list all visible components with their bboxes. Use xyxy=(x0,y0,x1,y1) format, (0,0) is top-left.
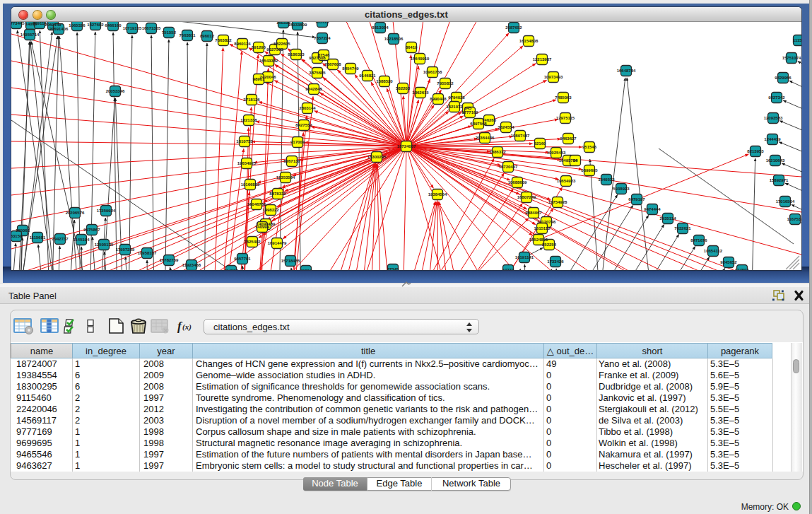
svg-text:6794028: 6794028 xyxy=(448,95,465,100)
svg-text:951546: 951546 xyxy=(582,145,597,149)
svg-text:19166825: 19166825 xyxy=(241,182,260,187)
svg-text:9474444: 9474444 xyxy=(644,207,661,211)
svg-text:20053346: 20053346 xyxy=(106,89,125,93)
svg-text:7663822: 7663822 xyxy=(215,38,232,42)
svg-text:891295: 891295 xyxy=(252,45,266,49)
svg-text:15640910: 15640910 xyxy=(411,57,430,61)
svg-text:10025453: 10025453 xyxy=(547,151,566,155)
svg-text:1640533: 1640533 xyxy=(598,177,615,182)
svg-text:1498222: 1498222 xyxy=(262,208,279,212)
svg-text:2718126: 2718126 xyxy=(243,98,260,102)
svg-text:6466160: 6466160 xyxy=(105,23,122,28)
svg-text:751552: 751552 xyxy=(162,30,177,35)
svg-text:16648784: 16648784 xyxy=(617,69,636,73)
svg-text:10719155: 10719155 xyxy=(123,26,142,30)
svg-text:1773445: 1773445 xyxy=(11,22,25,25)
svg-text:19218506: 19218506 xyxy=(384,37,404,41)
svg-text:10958107: 10958107 xyxy=(138,251,157,255)
svg-text:9242848: 9242848 xyxy=(305,87,322,91)
svg-text:15720407: 15720407 xyxy=(499,165,518,169)
svg-text:9227342: 9227342 xyxy=(768,95,785,100)
svg-text:785722: 785722 xyxy=(315,22,330,24)
svg-text:1610755: 1610755 xyxy=(236,139,253,144)
svg-text:8990448: 8990448 xyxy=(430,97,447,101)
svg-text:2935114: 2935114 xyxy=(659,216,676,221)
svg-text:2087652: 2087652 xyxy=(505,25,522,30)
svg-text:2867608: 2867608 xyxy=(324,62,341,66)
svg-text:10688609: 10688609 xyxy=(508,180,527,185)
svg-text:1362615: 1362615 xyxy=(412,90,429,95)
svg-text:16046766: 16046766 xyxy=(247,202,266,206)
svg-text:7955812: 7955812 xyxy=(437,81,454,86)
svg-text:7386372: 7386372 xyxy=(489,150,506,154)
svg-text:10807487: 10807487 xyxy=(511,134,530,138)
svg-text:17359924: 17359924 xyxy=(97,209,116,213)
svg-text:10654112: 10654112 xyxy=(704,249,723,253)
svg-text:1065326: 1065326 xyxy=(69,23,86,28)
svg-text:16210643: 16210643 xyxy=(766,158,785,163)
svg-text:64233: 64233 xyxy=(502,268,514,270)
svg-text:19654925: 19654925 xyxy=(237,161,257,165)
svg-text:1244419: 1244419 xyxy=(764,137,781,141)
svg-text:17016504: 17016504 xyxy=(776,199,795,204)
svg-text:6479197: 6479197 xyxy=(628,197,645,201)
svg-text:8267130: 8267130 xyxy=(283,159,300,163)
svg-text:7485063: 7485063 xyxy=(555,95,572,100)
svg-text:9975867: 9975867 xyxy=(83,228,100,232)
svg-text:1621072: 1621072 xyxy=(446,105,463,109)
svg-text:1145194: 1145194 xyxy=(73,238,90,242)
svg-text:1527602: 1527602 xyxy=(87,23,104,27)
svg-text:5822605: 5822605 xyxy=(273,42,290,46)
svg-text:165061: 165061 xyxy=(16,228,30,233)
svg-text:9245652: 9245652 xyxy=(720,260,737,264)
svg-text:16543382: 16543382 xyxy=(259,59,278,63)
svg-text:0699695: 0699695 xyxy=(581,168,598,173)
svg-text:104523: 104523 xyxy=(224,269,239,270)
svg-text:9777169: 9777169 xyxy=(461,110,478,115)
svg-text:16782759: 16782759 xyxy=(160,258,179,262)
svg-text:1588520: 1588520 xyxy=(376,79,393,83)
svg-text:12505135: 12505135 xyxy=(95,243,114,247)
svg-text:3624554: 3624554 xyxy=(498,125,514,129)
svg-text:9884067: 9884067 xyxy=(525,211,542,215)
svg-text:9657791: 9657791 xyxy=(234,257,251,261)
svg-text:19384554: 19384554 xyxy=(428,192,447,197)
svg-text:(x): (x) xyxy=(182,322,192,332)
svg-text:16671355: 16671355 xyxy=(142,26,161,30)
svg-text:7663811: 7663811 xyxy=(179,33,196,37)
svg-text:917004: 917004 xyxy=(290,140,305,144)
svg-text:18300295: 18300295 xyxy=(367,155,387,159)
svg-text:7625402: 7625402 xyxy=(244,240,261,244)
svg-text:18724007: 18724007 xyxy=(397,144,416,148)
svg-text:19754928: 19754928 xyxy=(548,200,567,204)
svg-text:98901: 98901 xyxy=(253,77,265,81)
svg-text:18524851: 18524851 xyxy=(529,238,548,242)
svg-text:2942737: 2942737 xyxy=(52,237,69,241)
svg-text:8960124: 8960124 xyxy=(234,42,251,46)
svg-text:17957255: 17957255 xyxy=(116,247,135,252)
svg-text:3875685: 3875685 xyxy=(309,71,326,75)
svg-text:7857224: 7857224 xyxy=(314,36,331,40)
svg-text:12213987: 12213987 xyxy=(533,57,552,62)
svg-text:9463627: 9463627 xyxy=(560,136,577,141)
svg-text:8454749: 8454749 xyxy=(342,66,359,71)
svg-text:16914479: 16914479 xyxy=(268,241,287,245)
svg-text:10961758: 10961758 xyxy=(423,70,442,74)
svg-text:87546: 87546 xyxy=(318,53,330,57)
svg-text:1733426: 1733426 xyxy=(547,259,564,264)
svg-text:8213953: 8213953 xyxy=(747,149,764,153)
svg-text:14055714: 14055714 xyxy=(20,33,40,37)
svg-text:15751074: 15751074 xyxy=(782,56,801,60)
svg-text:95234: 95234 xyxy=(300,269,312,270)
svg-text:16154808: 16154808 xyxy=(519,39,539,43)
svg-text:582203: 582203 xyxy=(396,86,411,90)
svg-text:20206576: 20206576 xyxy=(66,211,85,215)
svg-text:8427552: 8427552 xyxy=(295,123,312,127)
svg-text:16033809: 16033809 xyxy=(288,23,307,27)
svg-text:8878332: 8878332 xyxy=(269,192,286,196)
svg-text:84: 84 xyxy=(573,158,578,163)
svg-text:12353594: 12353594 xyxy=(276,175,295,180)
svg-text:1615112: 1615112 xyxy=(534,226,551,230)
svg-text:12975115: 12975115 xyxy=(556,116,575,120)
svg-text:8471676: 8471676 xyxy=(690,238,707,243)
